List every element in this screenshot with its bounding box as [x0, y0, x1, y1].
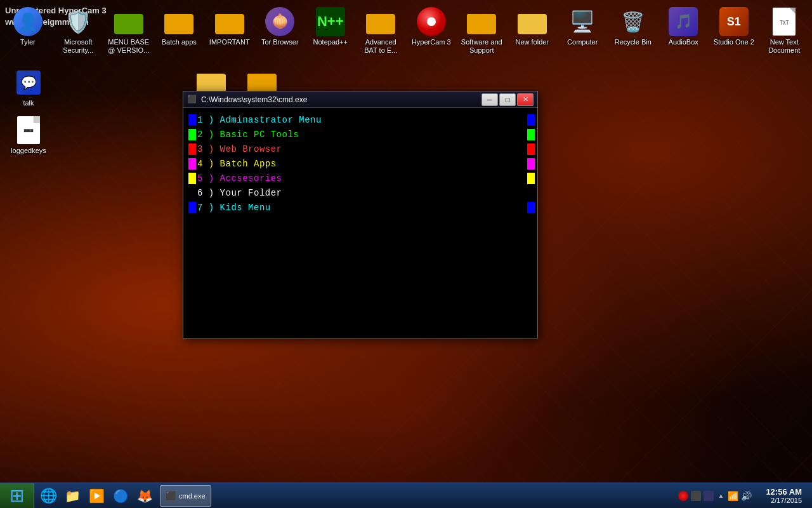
menu-end-bar-6: [527, 187, 535, 199]
cmd-title-text: C:\Windows\system32\cmd.exe: [201, 95, 481, 104]
menu-end-bar-1: [527, 114, 535, 126]
sys-tray-icon3[interactable]: [704, 491, 714, 501]
desktop-icon-batch-apps[interactable]: Batch apps: [154, 4, 205, 49]
menu-text-4: 4 ) Batch Apps: [197, 159, 525, 169]
desktop-icon-ms-security[interactable]: 🛡️ Microsoft Security...: [53, 4, 104, 57]
icon-label-new-folder: New folder: [515, 38, 549, 46]
menu-line-3: 3 ) Web Browser: [188, 142, 535, 156]
taskbar-ie-icon[interactable]: 🌐: [38, 486, 58, 506]
desktop-icon-hypercam[interactable]: HyperCam 3: [406, 4, 457, 49]
desktop-icon-advanced-bat[interactable]: Advanced BAT to E...: [356, 4, 407, 57]
desktop-icon-menu-base[interactable]: MENU BASE @ VERSIO...: [103, 4, 154, 57]
taskbar-cmd-label: cmd.exe: [179, 492, 206, 500]
desktop-icon-notepadpp[interactable]: N++ Notepad++: [305, 4, 356, 49]
menu-text-6: 6 ) Your Folder: [197, 188, 525, 198]
taskbar-cmd-item[interactable]: ⬛ cmd.exe: [160, 485, 211, 507]
cmd-menu: 1 ) Adminastrator Menu2 ) Basic PC Tools…: [188, 113, 535, 215]
sys-tray: ▲ 📶 🔊: [674, 483, 756, 509]
icon-label-software-support: Software and Support: [459, 38, 505, 55]
menu-line-2: 2 ) Basic PC Tools: [188, 128, 535, 142]
icon-label-computer: Computer: [567, 38, 598, 46]
cmd-close-btn[interactable]: ✕: [517, 93, 534, 106]
windows-logo-icon: ⊞: [10, 485, 24, 506]
menu-indicator-6: [188, 187, 196, 199]
cmd-titlebar: ⬛ C:\Windows\system32\cmd.exe ─ □ ✕: [183, 91, 537, 108]
cmd-minimize-btn[interactable]: ─: [481, 93, 498, 106]
menu-end-bar-3: [527, 144, 535, 155]
icon-label-loggedkeys: loggedkeys: [11, 147, 46, 155]
menu-text-3: 3 ) Web Browser: [197, 144, 525, 154]
menu-indicator-1: [188, 114, 196, 126]
explorer-icon: 📁: [65, 488, 81, 504]
menu-indicator-2: [188, 129, 196, 140]
cmd-window[interactable]: ⬛ C:\Windows\system32\cmd.exe ─ □ ✕ 1 ) …: [183, 91, 538, 338]
icon-label-batch-apps: Batch apps: [162, 38, 197, 46]
desktop-icon-studio-one[interactable]: S1 Studio One 2: [709, 4, 759, 49]
chrome-icon: 🔵: [113, 488, 129, 504]
desktop-icon-recycle-bin[interactable]: 🗑️ Recycle Bin: [608, 4, 658, 49]
clock-date: 2/17/2015: [766, 497, 802, 504]
clock[interactable]: 12:56 AM 2/17/2015: [761, 487, 807, 504]
sys-tray-icon2[interactable]: [691, 491, 701, 501]
desktop-icon-new-folder[interactable]: New folder: [507, 4, 558, 49]
icon-label-new-text-doc: New Text Document: [762, 38, 808, 55]
menu-indicator-4: [188, 158, 196, 170]
sys-tray-hypercam-icon[interactable]: [678, 491, 688, 501]
icon-label-hypercam: HyperCam 3: [412, 38, 451, 46]
icon-label-advanced-bat: Advanced BAT to E...: [358, 38, 404, 55]
menu-line-1: 1 ) Adminastrator Menu: [188, 113, 535, 127]
menu-line-6: 6 ) Your Folder: [188, 186, 535, 200]
sys-tray-expand-btn[interactable]: ▲: [716, 491, 725, 500]
menu-indicator-3: [188, 144, 196, 155]
icon-label-audiobox: AudioBox: [669, 38, 698, 46]
desktop-icon-audiobox[interactable]: 🎵 AudioBox: [658, 4, 709, 49]
start-button[interactable]: ⊞: [0, 483, 34, 509]
menu-end-bar-2: [527, 129, 535, 140]
taskbar-explorer-icon[interactable]: 📁: [62, 486, 82, 506]
desktop-icon-important[interactable]: IMPORTANT: [204, 4, 255, 49]
menu-indicator-5: [188, 173, 196, 184]
cmd-maximize-btn[interactable]: □: [499, 93, 516, 106]
left-side-icons: 💬 talk ■■■ loggedkeys: [3, 64, 54, 159]
ie-icon: 🌐: [40, 488, 57, 504]
desktop-icon-tor-browser[interactable]: 🧅 Tor Browser: [255, 4, 306, 49]
desktop-icons-row: 👤 Tyler 🛡️ Microsoft Security... MENU BA…: [0, 0, 812, 58]
menu-text-7: 7 ) Kids Menu: [197, 203, 525, 213]
menu-end-bar-5: [527, 173, 535, 184]
desktop-icon-computer[interactable]: 🖥️ Computer: [558, 4, 608, 49]
cmd-content[interactable]: 1 ) Adminastrator Menu2 ) Basic PC Tools…: [183, 108, 537, 338]
menu-indicator-7: [188, 202, 196, 213]
taskbar-right: ▲ 📶 🔊 12:56 AM 2/17/2015: [669, 483, 812, 509]
clock-time: 12:56 AM: [766, 487, 802, 497]
desktop-icon-loggedkeys[interactable]: ■■■ loggedkeys: [3, 112, 54, 157]
volume-icon[interactable]: 🔊: [741, 491, 752, 501]
icon-label-notepadpp: Notepad++: [313, 38, 348, 46]
icon-label-tyler: Tyler: [20, 38, 36, 46]
icon-label-menu-base: MENU BASE @ VERSIO...: [106, 38, 152, 55]
taskbar-chrome-icon[interactable]: 🔵: [110, 486, 131, 506]
network-icon[interactable]: 📶: [728, 491, 738, 501]
taskbar-firefox-icon[interactable]: 🦊: [134, 486, 155, 506]
icon-label-ms-security: Microsoft Security...: [56, 38, 102, 55]
icon-label-important: IMPORTANT: [209, 38, 250, 46]
icon-label-talk: talk: [23, 99, 34, 107]
icon-label-recycle-bin: Recycle Bin: [615, 38, 652, 46]
menu-line-4: 4 ) Batch Apps: [188, 157, 535, 171]
menu-line-5: 5 ) Accsesories: [188, 171, 535, 185]
desktop-icon-software-support[interactable]: Software and Support: [457, 4, 508, 57]
menu-text-1: 1 ) Adminastrator Menu: [197, 115, 525, 125]
menu-line-7: 7 ) Kids Menu: [188, 201, 535, 215]
menu-text-5: 5 ) Accsesories: [197, 173, 525, 184]
cmd-icon: ⬛: [187, 95, 197, 105]
mid-left-folders: [197, 69, 277, 94]
desktop-icon-talk[interactable]: 💬 talk: [3, 65, 54, 110]
menu-end-bar-4: [527, 158, 535, 170]
taskbar-icons: 🌐 📁 ▶️ 🔵 🦊 ⬛ cmd.exe: [34, 485, 216, 507]
icon-label-tor-browser: Tor Browser: [261, 38, 299, 46]
menu-text-2: 2 ) Basic PC Tools: [197, 130, 525, 140]
desktop-icon-tyler[interactable]: 👤 Tyler: [3, 4, 53, 49]
desktop: Unregistered HyperCam 3 www.solveigmm.co…: [0, 0, 812, 508]
taskbar-wmp-icon[interactable]: ▶️: [86, 486, 107, 506]
desktop-icon-new-text-doc[interactable]: TXT New Text Document: [759, 4, 810, 57]
firefox-icon: 🦊: [137, 488, 153, 504]
